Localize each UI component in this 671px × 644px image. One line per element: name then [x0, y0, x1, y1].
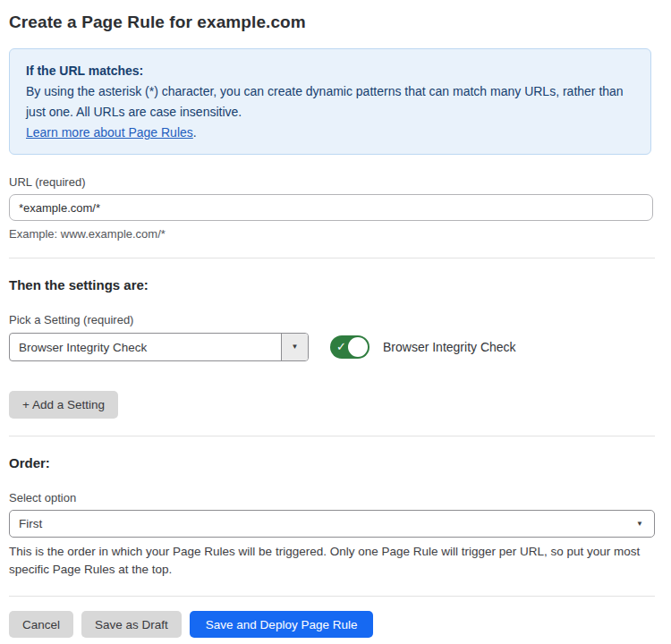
toggle-label: Browser Integrity Check	[383, 340, 516, 354]
footer-actions: Cancel Save as Draft Save and Deploy Pag…	[9, 611, 655, 638]
divider	[9, 436, 655, 436]
save-draft-button[interactable]: Save as Draft	[81, 611, 182, 638]
add-setting-button[interactable]: + Add a Setting	[9, 391, 118, 419]
setting-row: Browser Integrity Check ▼ ✓ Browser Inte…	[9, 333, 655, 361]
order-select-label: Select option	[9, 491, 655, 504]
url-input[interactable]	[9, 194, 653, 221]
settings-section-heading: Then the settings are:	[9, 277, 655, 292]
url-helper-text: Example: www.example.com/*	[9, 227, 655, 241]
chevron-down-icon: ▼	[292, 343, 299, 351]
info-box-body: By using the asterisk (*) character, you…	[26, 81, 634, 123]
setting-select-arrow-button[interactable]: ▼	[281, 334, 308, 360]
toggle-knob	[348, 337, 368, 357]
cancel-button[interactable]: Cancel	[9, 611, 73, 638]
setting-toggle[interactable]: ✓	[330, 335, 369, 359]
page-container: Create a Page Rule for example.com If th…	[9, 0, 655, 638]
setting-select-value: Browser Integrity Check	[10, 341, 281, 354]
divider	[9, 258, 655, 258]
learn-more-link[interactable]: Learn more about Page Rules	[26, 125, 193, 140]
chevron-down-icon: ▼	[636, 521, 643, 528]
info-box-heading: If the URL matches:	[26, 61, 634, 81]
order-section-heading: Order:	[9, 455, 655, 470]
setting-select[interactable]: Browser Integrity Check ▼	[9, 333, 309, 361]
info-box: If the URL matches: By using the asteris…	[9, 48, 651, 155]
save-deploy-button[interactable]: Save and Deploy Page Rule	[190, 611, 374, 638]
page-title: Create a Page Rule for example.com	[9, 13, 655, 32]
link-suffix: .	[193, 125, 197, 140]
order-select[interactable]: First ▼	[9, 510, 655, 538]
order-helper-text: This is the order in which your Page Rul…	[9, 543, 655, 579]
info-link-row: Learn more about Page Rules.	[26, 123, 634, 143]
divider	[9, 596, 655, 597]
setting-picker-label: Pick a Setting (required)	[9, 313, 655, 326]
order-select-value: First	[10, 517, 636, 530]
url-label: URL (required)	[9, 175, 655, 189]
check-icon: ✓	[336, 340, 346, 353]
